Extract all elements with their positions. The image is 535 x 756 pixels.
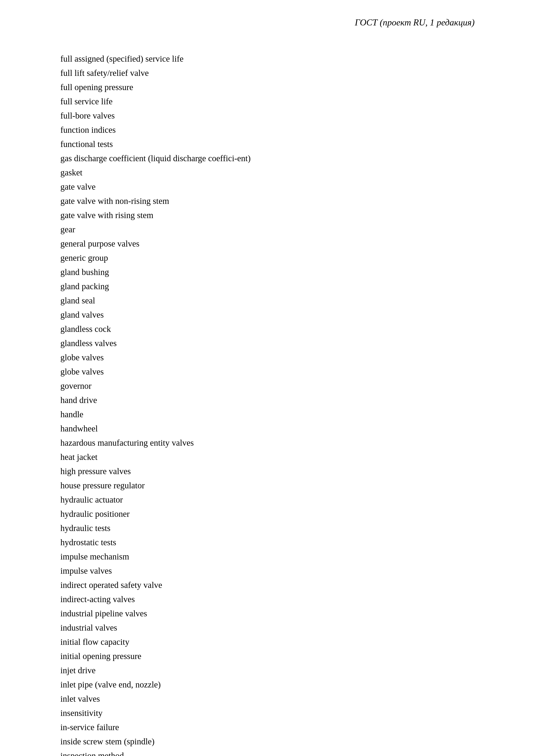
list-item: in-service failure [60,720,475,735]
list-item: general purpose valves [60,237,475,251]
list-item: high pressure valves [60,464,475,478]
list-item: globe valves [60,350,475,364]
list-item: gasket [60,166,475,180]
list-item: hydraulic actuator [60,493,475,507]
list-item: house pressure regulator [60,478,475,493]
list-item: functional tests [60,137,475,151]
list-item: hydrostatic tests [60,535,475,550]
list-item: insensitivity [60,706,475,720]
list-item: gland packing [60,279,475,293]
list-item: function indices [60,123,475,137]
list-item: industrial valves [60,621,475,635]
list-item: heat jacket [60,450,475,464]
list-item: globe valves [60,364,475,379]
list-item: handle [60,407,475,421]
list-item: gland bushing [60,265,475,279]
list-item: full-bore valves [60,109,475,123]
list-item: governor [60,379,475,393]
list-item: initial flow capacity [60,635,475,649]
list-item: impulse mechanism [60,550,475,564]
page: ГОСТ (проект RU, 1 редакция) full assign… [0,0,535,756]
page-header: ГОСТ (проект RU, 1 редакция) [355,17,475,28]
list-item: full opening pressure [60,80,475,94]
list-item: hand drive [60,393,475,407]
list-item: initial opening pressure [60,649,475,663]
list-item: inlet valves [60,692,475,706]
list-item: glandless valves [60,336,475,350]
list-item: inspection method [60,749,475,756]
list-item: indirect-acting valves [60,592,475,607]
list-item: inside screw stem (spindle) [60,735,475,749]
list-item: full assigned (specified) service life [60,52,475,66]
list-item: hydraulic positioner [60,507,475,521]
list-item: gland valves [60,308,475,322]
list-item: gate valve with rising stem [60,208,475,222]
list-item: inlet pipe (valve end, nozzle) [60,678,475,692]
list-item: indirect operated safety valve [60,578,475,592]
list-item: hazardous manufacturing entity valves [60,436,475,450]
list-item: hydraulic tests [60,521,475,535]
list-item: impulse valves [60,564,475,578]
list-item: industrial pipeline valves [60,607,475,621]
list-item: glandless cock [60,322,475,336]
list-item: gate valve [60,180,475,194]
list-item: handwheel [60,421,475,436]
list-item: injet drive [60,663,475,678]
header-title: ГОСТ (проект RU, 1 редакция) [355,17,475,27]
list-item: gas discharge coefficient (liquid discha… [60,151,475,166]
main-content: full assigned (specified) service lifefu… [60,52,475,756]
list-item: full lift safety/relief valve [60,66,475,80]
list-item: gate valve with non-rising stem [60,194,475,208]
list-item: gear [60,222,475,237]
list-item: generic group [60,251,475,265]
list-item: full service life [60,94,475,109]
list-item: gland seal [60,293,475,308]
terms-list: full assigned (specified) service lifefu… [60,52,475,756]
